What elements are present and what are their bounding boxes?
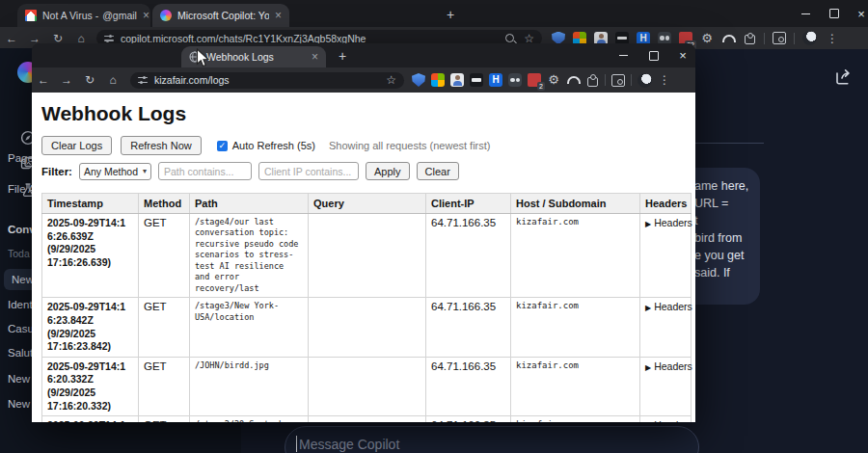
composer-placeholder: Message Copilot <box>299 437 399 452</box>
inner-reload-button[interactable]: ↻ <box>78 73 101 87</box>
microsoft-extension-icon[interactable] <box>431 73 445 87</box>
inner-tab-strip: Webhook Logs × + × <box>32 43 695 67</box>
cell-timestamp: 2025-09-29T14:16:26.639Z (9/29/2025 17:1… <box>42 214 139 298</box>
log-controls: Clear Logs Refresh Now ✓ Auto Refresh (5… <box>41 136 491 155</box>
path-filter-input[interactable] <box>158 162 252 180</box>
cell-query <box>309 416 426 422</box>
person-extension-icon[interactable] <box>450 73 464 87</box>
site-info-icon[interactable] <box>104 35 114 42</box>
gear-extension-icon[interactable]: ⚙ <box>547 73 560 87</box>
auto-refresh-checkbox[interactable]: ✓ <box>217 141 228 151</box>
cell-headers-toggle[interactable]: ▶Headers <box>640 298 692 358</box>
auto-refresh-label: Auto Refresh (5s) <box>232 140 315 151</box>
window-minimize-button[interactable] <box>791 0 820 27</box>
cell-headers-toggle[interactable]: ▶Headers <box>640 416 692 422</box>
cell-method: GET <box>139 416 190 422</box>
tab-close-icon[interactable]: × <box>306 51 318 63</box>
inner-back-button[interactable]: ← <box>32 73 55 87</box>
glasses-extension-icon[interactable] <box>508 73 522 87</box>
copilot-favicon <box>160 10 172 21</box>
sidebar-item[interactable]: Toda <box>8 248 30 259</box>
window-maximize-button[interactable] <box>820 0 849 27</box>
col-query: Query <box>309 194 426 214</box>
expand-triangle-icon: ▶ <box>645 220 651 228</box>
cell-host: kizafair.com <box>511 298 640 358</box>
col-timestamp: Timestamp <box>42 194 139 214</box>
cell-path: /stage4/our last conversation topic: rec… <box>190 214 309 298</box>
new-tab-button[interactable]: + <box>447 8 454 21</box>
gmail-icon <box>25 10 37 21</box>
log-table-row: 2025-09-29T14:16:26.639Z (9/29/2025 17:1… <box>42 214 692 298</box>
outer-tab-gmail[interactable]: Not A Virus - @gmail × <box>17 4 150 27</box>
extensions-puzzle-icon[interactable] <box>743 32 756 45</box>
sidebar-item[interactable]: Page <box>8 152 34 164</box>
ip-filter-input[interactable] <box>258 162 359 180</box>
inner-tab-title: Webhook Logs <box>206 51 274 63</box>
method-filter-value: Any Method <box>84 166 138 177</box>
cell-query <box>309 357 426 416</box>
profile-avatar[interactable] <box>802 31 817 45</box>
sidebar-item[interactable]: Salut <box>8 347 33 359</box>
cell-query <box>309 298 426 358</box>
back-button[interactable]: ← <box>0 32 23 45</box>
tab-close-icon[interactable]: × <box>269 10 282 21</box>
share-icon[interactable] <box>833 66 854 87</box>
extensions-puzzle-icon[interactable] <box>585 73 599 87</box>
inner-window-close-button[interactable]: × <box>668 43 695 67</box>
apply-filter-button[interactable]: Apply <box>366 162 410 180</box>
browser-menu-icon[interactable]: ⋮ <box>825 32 840 45</box>
gear-extension-icon[interactable]: ⚙ <box>700 32 714 45</box>
cell-timestamp: 2025-09-29T14:16:16.330Z (9/29/2025 17:1… <box>42 416 139 422</box>
h-extension-icon[interactable]: H <box>489 73 502 87</box>
method-filter-select[interactable]: Any Method ▾ <box>79 163 151 180</box>
site-info-icon[interactable] <box>138 76 148 84</box>
screen: Not A Virus - @gmail × Microsoft Copilot… <box>0 0 868 453</box>
refresh-now-button[interactable]: Refresh Now <box>121 136 202 155</box>
inner-address-bar[interactable]: kizafair.com/logs ☆ <box>130 72 404 89</box>
window-close-button[interactable]: × <box>847 0 868 27</box>
inner-url-text: kizafair.com/logs <box>154 74 230 86</box>
cell-query <box>309 214 426 298</box>
browser-menu-icon[interactable]: ⋮ <box>658 73 671 87</box>
cell-headers-toggle[interactable]: ▶Headers <box>640 357 692 416</box>
shield-extension-icon[interactable] <box>412 73 425 87</box>
sidebar-item[interactable]: Ident <box>8 299 33 310</box>
log-table: Timestamp Method Path Query Client-IP Ho… <box>41 193 692 422</box>
toolbar-divider <box>605 74 606 86</box>
col-host: Host / Subdomain <box>511 194 640 214</box>
outer-tab-copilot[interactable]: Microsoft Copilot: Your AI comp × <box>152 4 289 27</box>
inner-new-tab-button[interactable]: + <box>339 49 346 63</box>
chat-divider <box>694 143 764 144</box>
inner-window-maximize-button[interactable] <box>639 43 668 67</box>
bookmark-star-icon[interactable]: ☆ <box>386 73 396 87</box>
chat-text-fragment: bird from <box>694 231 742 245</box>
zoom-icon[interactable] <box>505 34 514 42</box>
clear-filter-button[interactable]: Clear <box>417 162 459 180</box>
clear-logs-button[interactable]: Clear Logs <box>41 136 112 155</box>
inner-home-button[interactable]: ⌂ <box>101 73 124 87</box>
outer-tab-copilot-title: Microsoft Copilot: Your AI comp <box>177 10 269 21</box>
arc-extension-icon[interactable] <box>566 73 580 87</box>
robot-extension-icon[interactable] <box>470 73 483 87</box>
chat-text-fragment: said. If <box>694 266 730 280</box>
tab-close-icon[interactable]: × <box>137 10 149 21</box>
profile-avatar[interactable] <box>637 73 652 88</box>
flag-extension-icon[interactable]: 2 <box>528 73 541 87</box>
side-panel-icon[interactable] <box>773 32 786 44</box>
cell-timestamp: 2025-09-29T14:16:20.332Z (9/29/2025 17:1… <box>42 357 139 416</box>
cell-path: /JOHN/birdd.jpg <box>190 357 309 416</box>
cell-path: /stage2/29 September 2025, 17:16 <box>190 416 309 422</box>
arc-extension-icon[interactable] <box>721 32 735 45</box>
log-table-row: 2025-09-29T14:16:16.330Z (9/29/2025 17:1… <box>42 416 692 422</box>
inner-forward-button[interactable]: → <box>55 73 78 87</box>
inner-window-minimize-button[interactable] <box>609 43 637 67</box>
outer-tab-strip: Not A Virus - @gmail × Microsoft Copilot… <box>0 0 868 27</box>
side-panel-icon[interactable] <box>611 74 625 87</box>
webhook-logs-window: Webhook Logs × + × ← → ↻ ⌂ kizafair.com/… <box>32 43 695 422</box>
cell-client-ip: 64.71.166.35 <box>426 298 511 358</box>
webhook-logs-page: Webhook Logs Clear Logs Refresh Now ✓ Au… <box>32 93 695 422</box>
copilot-composer[interactable]: Message Copilot <box>285 426 699 453</box>
log-table-header-row: Timestamp Method Path Query Client-IP Ho… <box>42 194 692 214</box>
cell-headers-toggle[interactable]: ▶Headers <box>640 214 692 298</box>
inner-extensions-row: H 2 ⚙ ⋮ <box>412 73 671 88</box>
